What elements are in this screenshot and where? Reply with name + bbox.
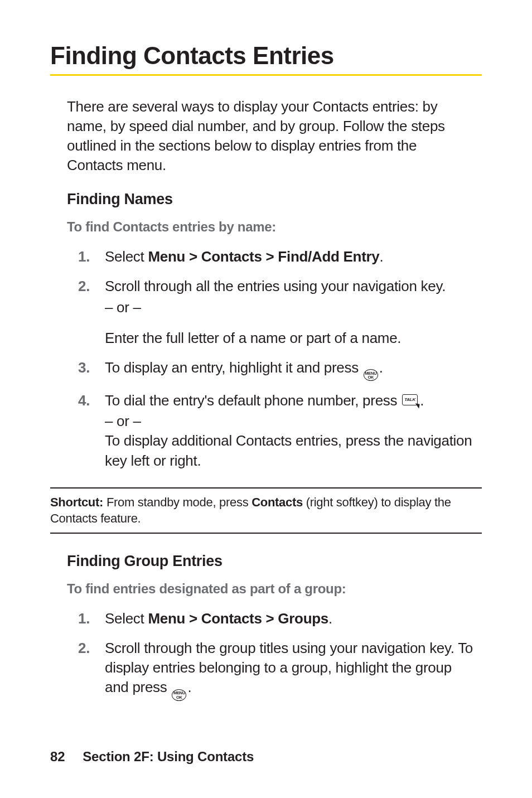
or-divider: – or – — [105, 298, 476, 317]
step-text: Select — [105, 610, 148, 627]
title-underline — [50, 74, 482, 76]
step-body: To dial the entry's default phone number… — [105, 391, 476, 470]
menu-ok-key-icon: MENUOK — [364, 369, 378, 381]
step-text: . — [379, 359, 383, 376]
step-item: 1. Select Menu > Contacts > Groups. — [78, 609, 476, 628]
menu-ok-key-icon: MENUOK — [172, 689, 186, 701]
intro-paragraph: There are several ways to display your C… — [67, 97, 476, 175]
step-body: Scroll through the group titles using yo… — [105, 639, 476, 701]
step-text: . — [380, 248, 384, 265]
step-number: 4. — [78, 391, 105, 410]
content-body: There are several ways to display your C… — [50, 97, 482, 481]
leadin-find-by-group: To find entries designated as part of a … — [67, 581, 476, 597]
leadin-find-by-name: To find Contacts entries by name: — [67, 219, 476, 235]
step-item: 2. Scroll through all the entries using … — [78, 277, 476, 347]
or-divider: – or – — [105, 412, 476, 431]
step-text: To dial the entry's default phone number… — [105, 392, 401, 409]
step-body: Scroll through all the entries using you… — [105, 277, 476, 347]
steps-list-b: 1. Select Menu > Contacts > Groups. 2. S… — [67, 609, 476, 701]
section-label: Section 2F: Using Contacts — [83, 749, 254, 764]
shortcut-label: Shortcut: — [50, 495, 103, 509]
step-number: 2. — [78, 277, 105, 296]
menu-path: Menu > Contacts > Find/Add Entry — [148, 248, 379, 265]
step-number: 3. — [78, 358, 105, 378]
steps-list-a: 1. Select Menu > Contacts > Find/Add Ent… — [67, 247, 476, 470]
page-number: 82 — [50, 749, 65, 764]
content-body: Finding Group Entries To find entries de… — [50, 553, 482, 711]
talk-key-icon: TALK — [402, 394, 419, 408]
step-text: Scroll through the group titles using yo… — [105, 640, 473, 695]
step-text: Enter the full letter of a name or part … — [105, 328, 476, 348]
step-number: 1. — [78, 247, 105, 267]
step-number: 2. — [78, 639, 105, 658]
step-text: To display an entry, highlight it and pr… — [105, 359, 362, 376]
section-heading-finding-groups: Finding Group Entries — [67, 553, 476, 570]
step-item: 2. Scroll through the group titles using… — [78, 639, 476, 701]
step-text: . — [420, 392, 424, 409]
step-number: 1. — [78, 609, 105, 628]
shortcut-text: From standby mode, press — [103, 495, 252, 509]
step-item: 3. To display an entry, highlight it and… — [78, 358, 476, 381]
step-body: To display an entry, highlight it and pr… — [105, 358, 476, 381]
step-text: Select — [105, 248, 148, 265]
step-body: Select Menu > Contacts > Find/Add Entry. — [105, 247, 476, 267]
page-title: Finding Contacts Entries — [50, 42, 482, 70]
step-body: Select Menu > Contacts > Groups. — [105, 609, 476, 628]
step-text: . — [328, 610, 332, 627]
step-text: . — [187, 679, 191, 695]
menu-path: Menu > Contacts > Groups — [148, 610, 328, 627]
shortcut-callout: Shortcut: From standby mode, press Conta… — [50, 487, 482, 534]
step-item: 4. To dial the entry's default phone num… — [78, 391, 476, 470]
page-footer: 82Section 2F: Using Contacts — [50, 749, 254, 765]
step-text: Scroll through all the entries using you… — [105, 277, 476, 296]
section-heading-finding-names: Finding Names — [67, 191, 476, 208]
step-text: To display additional Contacts entries, … — [105, 431, 476, 470]
document-page: Finding Contacts Entries There are sever… — [0, 0, 532, 798]
step-item: 1. Select Menu > Contacts > Find/Add Ent… — [78, 247, 476, 267]
shortcut-softkey: Contacts — [252, 495, 303, 509]
